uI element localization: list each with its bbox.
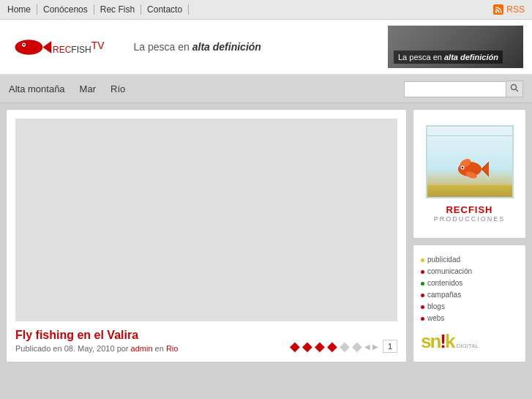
video-area [15,119,397,321]
post-category-link[interactable]: Rio [166,344,179,353]
dot-5: ◆ [340,340,350,353]
snik-dot-icon [421,317,424,321]
snik-dot-icon [421,305,424,309]
recfish-brand: RECFISH PRODUCCIONES [434,204,506,223]
rss-label[interactable]: RSS [506,4,525,15]
rss-icon[interactable] [493,4,503,15]
snik-dot-icon [421,294,424,297]
dot-1: ◆ [290,340,300,353]
water-line [427,135,512,136]
fish-logo-icon [9,34,53,60]
snik-service-blogs: blogs [421,301,518,313]
site-header: RECFISHTV La pesca en alta definición La… [0,20,532,75]
snik-exclaim: ! [440,330,445,352]
main-content: Fly fishing en el Valira Publicado en 08… [0,103,532,368]
tank-bottom [427,185,512,197]
logo[interactable]: RECFISHTV [9,34,105,60]
tagline-strong: alta definición [192,41,261,53]
dot-3: ◆ [315,340,325,353]
search-icon [510,83,519,92]
logo-text: RECFISHTV [53,40,105,55]
page-number[interactable]: 1 [383,340,397,353]
snik-dot-icon [421,270,424,274]
prev-arrow[interactable]: ◀ [364,343,370,351]
category-navigation: Alta montaña Mar Río [0,75,532,103]
banner-text: La pesca en alta definición [398,53,498,61]
svg-line-6 [516,89,518,92]
logo-rec: REC [53,45,71,55]
snik-card[interactable]: publicidad comunicación contenidos campa… [413,245,526,362]
snik-service-contenidos: contenidos [421,277,518,289]
dot-2: ◆ [302,340,312,353]
sidebar: RECFISH PRODUCCIONES publicidad comunica… [413,109,526,362]
cat-rio[interactable]: Río [110,83,134,94]
svg-point-0 [495,11,498,13]
nav-home[interactable]: Home [7,4,37,15]
fish-tank [426,125,514,198]
promo-sub-text: PRODUCCIONES [434,215,506,223]
post-footer: Fly fishing en el Valira Publicado en 08… [15,329,397,353]
dot-6: ◆ [352,340,362,353]
snik-service-campanas: campañas [421,289,518,301]
cat-alta-montana[interactable]: Alta montaña [9,83,74,94]
top-navigation: Home Conócenos Rec Fish Contacto RSS [0,0,532,20]
recfish-promo-card: RECFISH PRODUCCIONES [413,109,526,239]
snik-dot-icon [421,258,424,262]
nav-recfish[interactable]: Rec Fish [94,4,141,15]
page-dots: ◆ ◆ ◆ ◆ ◆ ◆ ◀ ▶ [290,340,378,353]
svg-marker-8 [482,162,489,176]
pagination: ◆ ◆ ◆ ◆ ◆ ◆ ◀ ▶ 1 [290,340,397,353]
header-banner: La pesca en alta definición [388,26,523,68]
search-button[interactable] [506,81,523,97]
snik-dot-icon [421,282,424,286]
site-tagline: La pesca en alta definición [134,41,261,53]
snik-digital: DIGITAL [456,343,479,349]
post-meta: Publicado en 08. May, 2010 por admin en … [15,344,178,353]
snik-services: publicidad comunicación contenidos campa… [421,254,518,324]
promo-brand-text: RECFISH [434,204,506,215]
svg-marker-2 [42,40,51,53]
snik-service-webs: webs [421,313,518,324]
logo-tv: TV [91,40,105,51]
post-title[interactable]: Fly fishing en el Valira [15,329,178,342]
search-area [404,81,523,97]
post-author-link[interactable]: admin [131,344,153,353]
snik-service-publicidad: publicidad [421,254,518,266]
banner-strong: alta definición [444,53,498,61]
recfish-promo: RECFISH PRODUCCIONES [413,110,525,238]
svg-point-5 [512,85,517,90]
next-arrow[interactable]: ▶ [372,343,378,351]
search-input[interactable] [404,81,506,97]
svg-point-1 [15,40,43,55]
snik-service-comunicacion: comunicación [421,266,518,277]
nav-conocenos[interactable]: Conócenos [37,4,94,15]
logo-fish-word: FISH [71,45,91,55]
nav-contacto[interactable]: Contacto [141,4,189,15]
snik-logo-area: sn!k DIGITAL [421,330,518,353]
svg-point-12 [461,167,462,168]
cat-mar[interactable]: Mar [80,83,105,94]
content-panel: Fly fishing en el Valira Publicado en 08… [6,109,407,362]
banner-overlay: La pesca en alta definición [394,51,503,64]
snik-logo: sn!k [421,330,454,353]
svg-point-4 [23,43,25,45]
goldfish-icon [449,149,490,189]
rss-area: RSS [493,4,525,15]
dot-4: ◆ [327,340,337,353]
